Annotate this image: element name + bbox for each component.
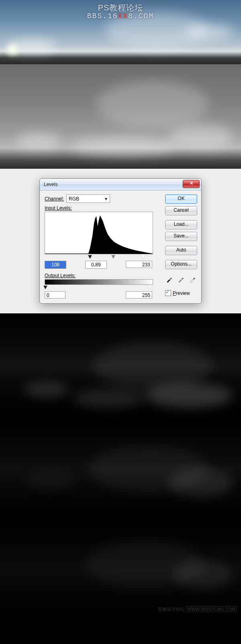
channel-value: RGB — [69, 196, 79, 202]
input-white-handle[interactable] — [141, 255, 145, 259]
dialog-backdrop: Levels ✕ Channel: RGB ▾ Input Levels: — [0, 169, 241, 313]
output-white-field[interactable]: 255 — [126, 291, 152, 298]
banner-line1: PS教程论坛 — [0, 2, 241, 13]
sky-panorama-dark-2 — [0, 421, 241, 515]
output-slider-rail[interactable] — [45, 285, 152, 290]
preview-checkbox-row[interactable]: Preview — [165, 290, 197, 296]
save-button[interactable]: Save... — [165, 232, 197, 241]
eyedropper-white-icon[interactable] — [188, 275, 197, 284]
sky-panorama-color: PS教程论坛 BBS.16XX8.COM — [0, 0, 241, 64]
eyedropper-black-icon[interactable] — [165, 275, 174, 284]
close-icon: ✕ — [190, 181, 193, 186]
input-black-handle[interactable] — [88, 255, 92, 259]
input-gamma-handle[interactable] — [111, 255, 115, 259]
sky-panorama-dark-3: 思缘设计论坛 WWW.MISSYUAN.COM — [0, 516, 241, 615]
banner-line2: BBS.16XX8.COM — [0, 12, 241, 20]
footer-credit: 思缘设计论坛 WWW.MISSYUAN.COM — [0, 606, 241, 612]
input-levels-label: Input Levels: — [45, 205, 160, 211]
channel-label: Channel: — [45, 196, 64, 202]
sky-panorama-gray — [0, 64, 241, 169]
ok-button[interactable]: OK — [165, 194, 197, 204]
dialog-title-text: Levels — [44, 182, 58, 187]
levels-dialog: Levels ✕ Channel: RGB ▾ Input Levels: — [39, 178, 202, 304]
eyedropper-row — [165, 275, 197, 284]
output-gradient — [45, 279, 153, 285]
eyedropper-gray-icon[interactable] — [177, 275, 186, 284]
output-levels-label: Output Levels: — [45, 273, 160, 278]
input-black-field[interactable]: 108 — [45, 261, 66, 269]
cancel-button[interactable]: Cancel — [165, 206, 197, 215]
sky-panorama-dark-1 — [0, 313, 241, 420]
load-button[interactable]: Load... — [165, 220, 197, 229]
channel-combo[interactable]: RGB ▾ — [66, 194, 110, 203]
output-black-handle[interactable] — [43, 286, 47, 289]
options-button[interactable]: Options... — [165, 260, 197, 269]
preview-checkbox[interactable] — [165, 290, 171, 296]
input-white-field[interactable]: 233 — [126, 261, 152, 268]
close-button[interactable]: ✕ — [183, 180, 200, 188]
histogram — [45, 212, 153, 254]
auto-button[interactable]: Auto — [165, 246, 197, 255]
input-gamma-field[interactable]: 0,89 — [85, 261, 107, 269]
histogram-svg — [45, 212, 153, 254]
output-black-field[interactable]: 0 — [45, 291, 65, 298]
chevron-down-icon: ▾ — [103, 196, 109, 202]
dialog-titlebar[interactable]: Levels ✕ — [40, 179, 201, 190]
output-white-handle[interactable] — [148, 286, 152, 289]
input-slider-rail[interactable] — [45, 254, 152, 260]
preview-label: Preview — [173, 290, 190, 296]
